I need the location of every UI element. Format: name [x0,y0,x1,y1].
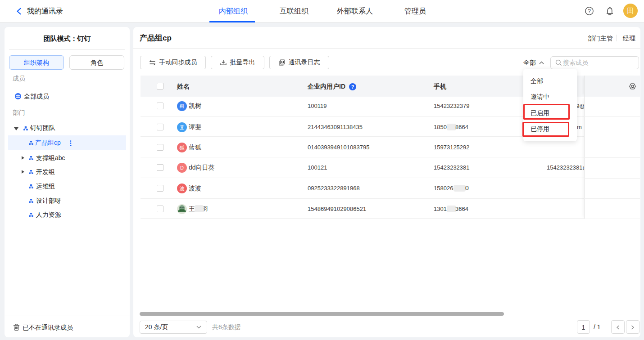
svg-text:?: ? [588,8,591,14]
